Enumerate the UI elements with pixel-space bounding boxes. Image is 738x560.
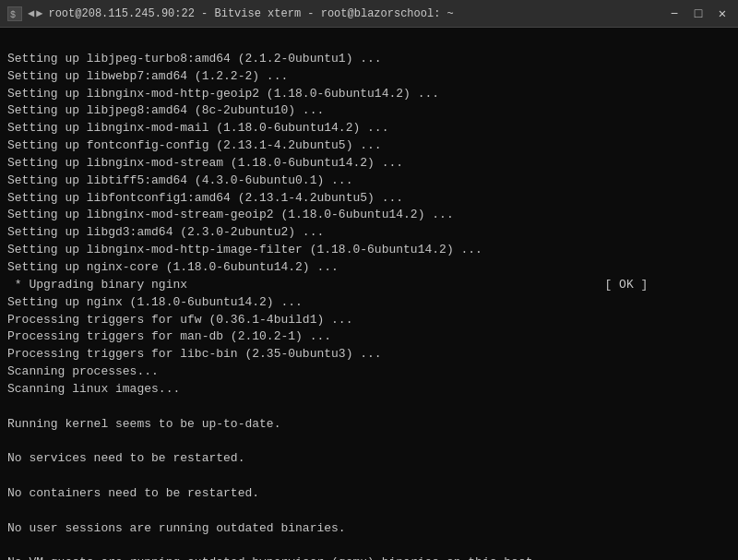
line-blank-4 [7,504,15,518]
line-blank-5 [7,538,15,552]
line-3: Setting up libnginx-mod-http-geoip2 (1.1… [7,87,439,101]
ok-badge: [ OK ] [605,278,649,292]
line-5: Setting up libnginx-mod-mail (1.18.0-6ub… [7,121,388,135]
strikethrough-text: running outdated hypervisor (qemu) [130,555,375,560]
line-18: Processing triggers for libc-bin (2.35-0… [7,347,382,361]
terminal-icon: $ [7,6,22,21]
line-blank-1 [7,399,15,413]
line-8: Setting up libtiff5:amd64 (4.3.0-6ubuntu… [7,173,352,187]
window-controls[interactable]: − □ ✕ [666,6,731,22]
close-button[interactable]: ✕ [714,6,731,22]
line-21: Running kernel seems to be up-to-date. [7,417,280,431]
line-19: Scanning processes... [7,364,159,378]
terminal-output: Setting up libjpeg-turbo8:amd64 (2.1.2-0… [0,28,738,560]
line-14: * Upgrading binary nginx [ OK ] [7,278,648,292]
minimize-button[interactable]: − [666,6,683,22]
line-11: Setting up libgd3:amd64 (2.3.0-2ubuntu2)… [7,225,324,239]
line-23: No containers need to be restarted. [7,486,259,500]
line-17: Processing triggers for man-db (2.10.2-1… [7,329,331,343]
line-20: Scanning linux images... [7,382,180,396]
nav-arrows[interactable]: ◀ ▶ [28,6,42,20]
line-9: Setting up libfontconfig1:amd64 (2.13.1-… [7,191,403,205]
line-22: No services need to be restarted. [7,451,244,465]
line-7: Setting up libnginx-mod-stream (1.18.0-6… [7,156,403,170]
line-blank-3 [7,469,15,483]
line-24: No user sessions are running outdated bi… [7,521,346,535]
window-title: root@208.115.245.90:22 - Bitvise xterm -… [48,7,453,20]
line-1: Setting up libjpeg-turbo8:amd64 (2.1.2-0… [7,52,382,66]
title-bar: $ ◀ ▶ root@208.115.245.90:22 - Bitvise x… [0,0,738,28]
line-blank-2 [7,434,15,447]
svg-text:$: $ [10,10,16,20]
line-4: Setting up libjpeg8:amd64 (8c-2ubuntu10)… [7,103,324,117]
line-13: Setting up nginx-core (1.18.0-6ubuntu14.… [7,260,339,274]
line-12: Setting up libnginx-mod-http-image-filte… [7,243,482,256]
line-6: Setting up fontconfig-config (2.13.1-4.2… [7,138,382,152]
title-bar-left: $ ◀ ▶ root@208.115.245.90:22 - Bitvise x… [7,6,454,21]
line-2: Setting up libwebp7:amd64 (1.2.2-2) ... [7,69,288,83]
line-25: No VM guests are running outdated hyperv… [7,555,540,560]
line-16: Processing triggers for ufw (0.36.1-4bui… [7,313,352,327]
forward-arrow[interactable]: ▶ [36,6,42,20]
line-10: Setting up libnginx-mod-stream-geoip2 (1… [7,208,454,221]
maximize-button[interactable]: □ [690,6,707,22]
line-15: Setting up nginx (1.18.0-6ubuntu14.2) ..… [7,295,303,309]
back-arrow[interactable]: ◀ [28,6,34,20]
